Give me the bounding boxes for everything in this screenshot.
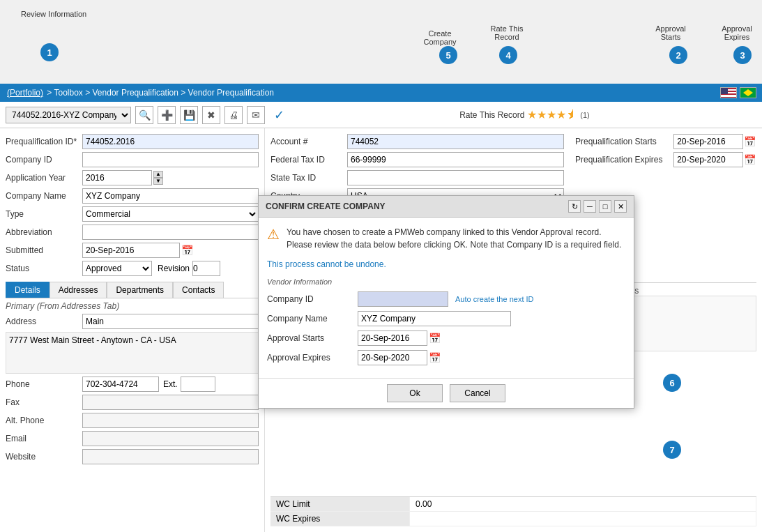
search-button[interactable]: 🔍 [135,106,153,124]
portfolio-link[interactable]: (Portfolio) [7,88,43,98]
status-select[interactable]: Approved [82,261,152,276]
close-button[interactable]: ✖ [202,106,220,124]
rating-count: (1) [580,111,589,119]
modal-refresh-btn[interactable]: ↻ [568,200,581,213]
federal-tax-input[interactable] [347,152,564,167]
warning-text: You have chosen to create a PMWeb compan… [287,226,625,251]
modal-approval-expires-input[interactable] [358,350,427,365]
alt-phone-label: Alt. Phone [6,416,82,425]
auto-create-link[interactable]: Auto create the next ID [455,295,534,303]
federal-tax-label: Federal Tax ID [270,155,347,165]
wc-limit-label: WC Limit [270,497,410,511]
ext-input[interactable] [181,377,215,392]
tab-addresses[interactable]: Addresses [49,282,107,298]
rate-record-label: Rate This Record [486,24,528,41]
preq-id-input[interactable] [82,134,259,149]
modal-starts-cal-btn[interactable]: 📅 [427,331,441,345]
modal-approval-starts-row: Approval Starts 📅 [267,330,625,346]
preq-expires-cal-btn[interactable]: 📅 [743,153,756,167]
abbreviation-row: Abbreviation [6,225,259,240]
modal-cancel-btn[interactable]: Cancel [450,384,505,402]
address-input[interactable] [82,314,259,329]
state-tax-row: State Tax ID [270,170,564,185]
company-name-row: Company Name [6,188,259,204]
fax-input[interactable] [82,395,259,410]
checkmark-button[interactable]: ✓ [269,105,289,125]
email-button[interactable]: ✉ [247,106,265,124]
modal-approval-expires-label: Approval Expires [267,353,358,363]
modal-minimize-btn[interactable]: ─ [584,200,596,213]
confirm-modal: CONFIRM CREATE COMPANY ↻ ─ □ ✕ ⚠ You hav… [258,195,634,409]
company-id-input[interactable] [82,152,259,167]
account-input[interactable] [347,134,564,149]
company-name-input[interactable] [82,188,259,204]
modal-expires-cal-btn[interactable]: 📅 [427,351,441,365]
modal-maximize-btn[interactable]: □ [599,200,611,213]
star-rating[interactable]: ★★★★⯨ [527,108,577,121]
phone-input[interactable] [82,377,159,392]
modal-controls: ↻ ─ □ ✕ [568,200,627,213]
modal-company-id-input[interactable] [358,291,448,307]
year-up-btn[interactable]: ▲ [153,171,163,178]
annotation-bubble-7: 7 [663,441,681,459]
app-year-input[interactable] [82,170,152,185]
year-down-btn[interactable]: ▼ [153,178,163,185]
modal-company-name-row: Company Name [267,311,625,326]
email-input[interactable] [82,431,259,446]
account-label: Account # [270,137,347,146]
abbreviation-input[interactable] [82,225,259,240]
br-flag[interactable] [740,87,756,98]
approval-expires-label: Approval Expires [715,24,759,41]
tab-details[interactable]: Details [6,282,49,298]
submitted-calendar-btn[interactable]: 📅 [180,243,194,257]
tab-contacts[interactable]: Contacts [173,282,224,298]
annotation-bubble-6: 6 [663,374,681,392]
preq-expires-input[interactable] [673,152,743,167]
tab-departments[interactable]: Departments [107,282,173,298]
annotation-area: Review Information 1 Create Company 5 Ra… [0,0,762,84]
add-button[interactable]: ➕ [158,106,176,124]
status-row: Status Approved Revision [6,261,259,276]
revision-input[interactable] [192,261,220,276]
preq-expires-label: Prequalification Expires [575,155,673,165]
website-row: Website [6,449,259,464]
email-row: Email [6,431,259,446]
website-input[interactable] [82,449,259,464]
modal-company-id-row: Company ID Auto create the next ID [267,291,625,307]
preq-starts-input[interactable] [673,134,743,149]
bottom-table: WC Limit 0.00 WC Expires [270,496,756,526]
modal-approval-expires-row: Approval Expires 📅 [267,350,625,365]
modal-company-name-label: Company Name [267,314,358,324]
us-flag[interactable] [720,87,737,98]
annotation-bubble-2: 2 [669,46,687,64]
notes-content [617,296,756,351]
status-label: Status [6,264,82,273]
address-block: 7777 West Main Street - Anytown - CA - U… [6,332,259,374]
account-row: Account # [270,134,564,149]
save-button[interactable]: 💾 [180,106,198,124]
modal-ok-btn[interactable]: Ok [387,384,443,402]
preq-starts-cal-btn[interactable]: 📅 [743,135,756,149]
preq-id-row: Prequalification ID* [6,134,259,149]
print-button[interactable]: 🖨 [224,106,243,124]
left-panel: Prequalification ID* Company ID Applicat… [0,128,265,532]
modal-body: ⚠ You have chosen to create a PMWeb comp… [259,218,634,378]
type-select[interactable]: Commercial [82,206,259,222]
preq-starts-label: Prequalification Starts [575,137,673,146]
alt-phone-row: Alt. Phone [6,413,259,428]
modal-header: CONFIRM CREATE COMPANY ↻ ─ □ ✕ [259,196,634,218]
submitted-input[interactable] [82,243,180,258]
undone-text: This process cannot be undone. [267,259,625,269]
create-company-label: Create Company [422,29,457,46]
annotation-bubble-4: 4 [499,46,517,64]
modal-close-btn[interactable]: ✕ [614,200,627,213]
modal-approval-starts-input[interactable] [358,330,427,346]
state-tax-input[interactable] [347,170,564,185]
app-year-row: Application Year ▲ ▼ [6,170,259,185]
record-selector[interactable]: 744052.2016-XYZ Company [6,107,131,123]
alt-phone-input[interactable] [82,413,259,428]
type-row: Type Commercial [6,206,259,222]
modal-company-name-input[interactable] [358,311,511,326]
phone-row: Phone Ext. [6,377,259,392]
rating-area: Rate This Record ★★★★⯨ (1) [293,108,756,121]
